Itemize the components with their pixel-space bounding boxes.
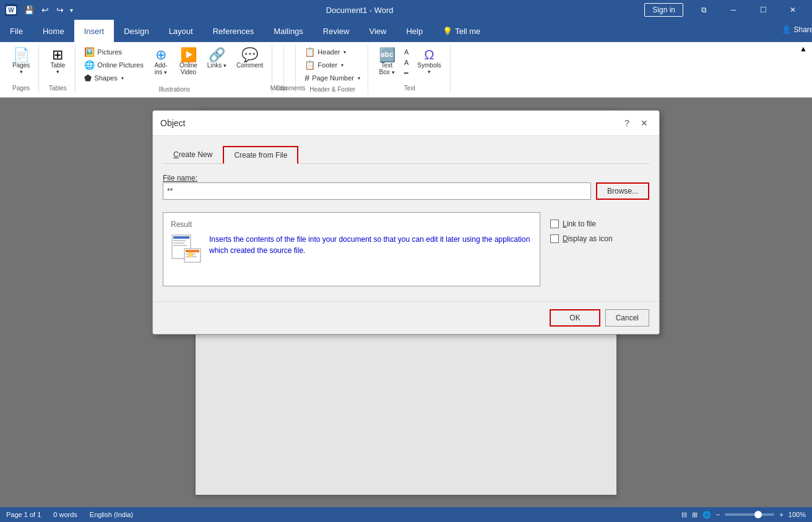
symbols-icon: Ω — [424, 48, 434, 62]
tab-review[interactable]: Review — [313, 20, 360, 42]
ribbon-group-header-footer: 📋 Header ▾ 📋 Footer ▾ # Page Number ▾ He… — [297, 45, 368, 94]
title-bar-left: W 💾 ↩ ↪ ▾ — [5, 3, 75, 17]
tab-mailings[interactable]: Mailings — [264, 20, 313, 42]
tab-file[interactable]: File — [0, 20, 33, 42]
tab-insert[interactable]: Insert — [74, 20, 114, 42]
svg-rect-4 — [173, 245, 187, 246]
restore-down-button[interactable]: ⧉ — [689, 0, 718, 20]
online-pictures-button[interactable]: 🌐 Online Pictures — [82, 59, 146, 71]
display-as-icon-row: Display as icon — [550, 234, 649, 243]
svg-rect-6 — [186, 250, 199, 252]
ribbon-group-comments: Comments — [285, 45, 296, 93]
dialog-close-button[interactable]: ✕ — [637, 116, 652, 130]
illustrations-group-label: Illustrations — [159, 86, 191, 93]
svg-rect-3 — [173, 242, 184, 244]
online-video-icon: ▶️ — [180, 48, 197, 62]
link-to-file-label: Link to file — [563, 220, 596, 228]
tab-create-from-file[interactable]: Create from File — [223, 146, 298, 164]
result-title: Result — [171, 220, 532, 229]
link-underline: L — [563, 220, 567, 228]
dropdown-arrow[interactable]: ▾ — [68, 5, 75, 15]
share-button[interactable]: 👤 Share — [784, 20, 812, 40]
dialog-title-buttons: ? ✕ — [620, 116, 652, 130]
status-bar: Page 1 of 1 0 words English (India) ⊟ ⊞ … — [0, 507, 812, 522]
result-description: Inserts the contents of the file into yo… — [209, 234, 532, 256]
links-button[interactable]: 🔗 Links ▾ — [204, 46, 230, 71]
hf-small-btns: 📋 Header ▾ 📋 Footer ▾ # Page Number ▾ — [302, 46, 363, 84]
page-info: Page 1 of 1 — [6, 511, 41, 518]
shapes-button[interactable]: ⬟ Shapes ▾ — [82, 72, 146, 84]
footer-button[interactable]: 📋 Footer ▾ — [302, 59, 363, 71]
print-layout-icon[interactable]: ⊞ — [692, 511, 698, 519]
zoom-slider[interactable] — [725, 513, 774, 516]
signature-line-button[interactable]: ━ — [402, 68, 411, 79]
wordart-button[interactable]: A — [402, 47, 411, 57]
collapse-ribbon-button[interactable]: ▲ — [800, 45, 807, 53]
table-button[interactable]: ⊞ Table ▾ — [45, 46, 70, 77]
browse-button[interactable]: Browse... — [596, 182, 649, 200]
embedded-object-icon — [171, 234, 202, 265]
person-icon: 👤 — [782, 25, 791, 34]
pages-icon: 📄 — [13, 48, 30, 62]
comment-button[interactable]: 💬 Comment — [233, 46, 267, 71]
app-window: W 💾 ↩ ↪ ▾ Document1 - Word Sign in ⧉ ─ ☐… — [0, 0, 812, 522]
zoom-out-button[interactable]: − — [716, 511, 720, 518]
symbols-button[interactable]: Ω Symbols ▾ — [413, 46, 444, 77]
footer-icon: 📋 — [304, 60, 315, 70]
tab-layout[interactable]: Layout — [159, 20, 203, 42]
undo-button[interactable]: ↩ — [38, 3, 52, 17]
dropcap-button[interactable]: A — [402, 58, 411, 67]
text-box-icon: 🔤 — [379, 48, 395, 62]
ribbon-content: 📄 Pages ▾ Pages ⊞ Table ▾ Tables — [0, 42, 812, 98]
online-pictures-icon: 🌐 — [84, 60, 95, 70]
link-to-file-checkbox[interactable] — [550, 220, 559, 228]
dialog-title-text: Object — [160, 118, 185, 128]
zoom-thumb — [754, 511, 762, 518]
save-icon[interactable]: 💾 — [21, 4, 37, 17]
tab-references[interactable]: References — [203, 20, 264, 42]
shapes-icon: ⬟ — [84, 73, 92, 83]
language: English (India) — [90, 511, 133, 518]
pictures-icon: 🖼️ — [84, 47, 95, 57]
dialog-footer: OK Cancel — [153, 301, 659, 334]
dialog-two-col: Result — [163, 207, 649, 291]
quick-access-toolbar: 💾 ↩ ↪ ▾ — [21, 3, 75, 17]
status-right: ⊟ ⊞ 🌐 − + 100% — [681, 511, 806, 519]
tab-design[interactable]: Design — [114, 20, 158, 42]
tab-tell-me[interactable]: 💡 Tell me — [433, 20, 490, 42]
tab-help[interactable]: Help — [396, 20, 433, 42]
header-button[interactable]: 📋 Header ▾ — [302, 46, 363, 58]
checkboxes-area: Link to file Display as icon — [550, 207, 649, 291]
online-video-button[interactable]: ▶️ Online Video — [176, 46, 201, 78]
app-title-text: Document1 - Word — [326, 6, 394, 15]
result-content: Inserts the contents of the file into yo… — [171, 234, 532, 265]
read-mode-icon[interactable]: ⊟ — [681, 511, 687, 519]
minimize-button[interactable]: ─ — [719, 0, 748, 20]
file-name-input[interactable] — [163, 182, 591, 200]
web-layout-icon[interactable]: 🌐 — [702, 511, 711, 519]
title-bar-controls: Sign in ⧉ ─ ☐ ✕ — [644, 0, 807, 20]
tab-create-new[interactable]: Create New — [163, 146, 223, 164]
cancel-button[interactable]: Cancel — [605, 309, 649, 327]
maximize-button[interactable]: ☐ — [749, 0, 777, 20]
pictures-button[interactable]: 🖼️ Pictures — [82, 46, 146, 58]
text-box-button[interactable]: 🔤 Text Box ▾ — [374, 46, 399, 78]
dialog-body: Create New Create from File File name: B… — [153, 136, 659, 301]
display-as-icon-checkbox[interactable] — [550, 234, 559, 243]
close-button[interactable]: ✕ — [779, 0, 807, 20]
page-number-button[interactable]: # Page Number ▾ — [302, 72, 363, 84]
add-ins-icon: ⊕ — [155, 48, 166, 62]
page-number-icon: # — [304, 73, 309, 83]
tab-view[interactable]: View — [359, 20, 396, 42]
lightbulb-icon: 💡 — [443, 27, 452, 36]
dialog-help-button[interactable]: ? — [620, 116, 634, 130]
sign-in-button[interactable]: Sign in — [644, 3, 683, 17]
redo-button[interactable]: ↪ — [53, 3, 67, 17]
ribbon-group-tables: ⊞ Table ▾ Tables — [40, 45, 76, 93]
pages-button[interactable]: 📄 Pages ▾ — [9, 46, 33, 77]
tab-home[interactable]: Home — [33, 20, 74, 42]
word-count: 0 words — [53, 511, 77, 518]
add-ins-button[interactable]: ⊕ Add- ins ▾ — [149, 46, 173, 78]
ok-button[interactable]: OK — [550, 309, 600, 327]
zoom-in-button[interactable]: + — [779, 511, 783, 518]
